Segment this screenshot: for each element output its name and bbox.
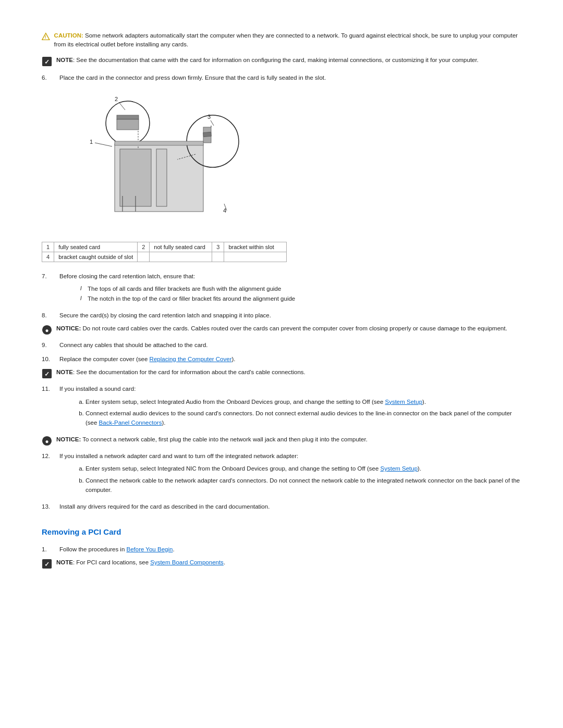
table-cell-2-label: not fully seated card [150, 242, 212, 252]
note2-text: NOTE: See the documentation for the card… [56, 368, 305, 377]
step12-alpha-a: Enter system setup, select Integrated NI… [85, 464, 521, 473]
step11-intro: If you installed a sound card: [59, 386, 136, 392]
diagram-table: 1 fully seated card 2 not fully seated c… [42, 242, 287, 262]
note1-body: See the documentation that came with the… [76, 57, 479, 63]
step11-alpha-b: Connect external audio devices to the so… [85, 409, 521, 428]
remove-note-text-before: For PCI card locations, see [76, 559, 150, 565]
step8-row: 8. Secure the card(s) by closing the car… [42, 311, 521, 320]
notice2-block: ● NOTICE: To connect a network cable, fi… [42, 435, 521, 446]
notice1-icon: ● [42, 325, 52, 335]
svg-text:3: 3 [207, 114, 211, 120]
step10-row: 10. Replace the computer cover (see Repl… [42, 354, 521, 364]
table-row-2: 4 bracket caught outside of slot [42, 252, 287, 262]
notice1-body: Do not route card cables over the cards.… [82, 325, 507, 331]
step12-alphalist: Enter system setup, select Integrated NI… [85, 464, 521, 495]
svg-text:1: 1 [90, 139, 93, 145]
step11b-text-after: ). [162, 419, 165, 426]
note1-text: NOTE: See the documentation that came wi… [56, 56, 479, 65]
notice1-label: NOTICE: [56, 325, 81, 331]
caution-label: CAUTION: [54, 32, 83, 39]
caution-icon: ! [42, 31, 50, 42]
note1-label: NOTE [56, 57, 73, 63]
step10-text-after: ). [231, 356, 235, 362]
note1-block: ✓ NOTE: See the documentation that came … [42, 56, 521, 67]
notice2-body: To connect a network cable, first plug t… [82, 436, 368, 442]
table-cell-5-label [150, 252, 212, 262]
table-cell-2-num: 2 [138, 242, 150, 252]
step7-sub2: The notch in the top of the card or fill… [80, 294, 521, 303]
caution-text: CAUTION: Some network adapters automatic… [54, 31, 521, 50]
step10-text-before: Replace the computer cover (see [59, 356, 150, 362]
note2-icon: ✓ [42, 368, 52, 379]
step13-content: Install any drivers required for the car… [59, 502, 521, 511]
remove-note-label: NOTE [56, 559, 73, 565]
step11-alphalist: Enter system setup, select Integrated Au… [85, 397, 521, 428]
table-cell-1-num: 1 [42, 242, 54, 252]
remove-note-text-after: . [224, 559, 225, 565]
svg-rect-13 [117, 119, 139, 130]
svg-text:✓: ✓ [44, 561, 50, 568]
remove-step1-text-before: Follow the procedures in [59, 546, 126, 552]
table-cell-3-label: bracket within slot [224, 242, 287, 252]
diagram-area: 2 1 3 4 [83, 92, 261, 232]
table-row-1: 1 fully seated card 2 not fully seated c… [42, 242, 287, 252]
svg-rect-17 [203, 132, 212, 137]
remove-note-block: ✓ NOTE: For PCI card locations, see Syst… [42, 558, 521, 569]
caution-block: ! CAUTION: Some network adapters automat… [42, 31, 521, 50]
diagram-svg: 2 1 3 4 [83, 92, 261, 232]
step11a-text-before: Enter system setup, select Integrated Au… [85, 399, 385, 405]
step12-alpha-b: Connect the network cable to the network… [85, 476, 521, 495]
step11-content: If you installed a sound card: Enter sys… [59, 384, 521, 431]
step12b-text-before: Connect the network cable to the network… [85, 477, 520, 493]
step12a-link[interactable]: System Setup [381, 465, 418, 472]
step10-link[interactable]: Replacing the Computer Cover [150, 356, 232, 362]
step13-row: 13. Install any drivers required for the… [42, 502, 521, 511]
svg-text:!: ! [45, 34, 46, 40]
step7-intro: Before closing the card retention latch,… [59, 273, 195, 279]
svg-rect-12 [117, 115, 139, 119]
step7-sub1: The tops of all cards and filler bracket… [80, 284, 521, 293]
step11a-link[interactable]: System Setup [385, 399, 422, 405]
notice2-label: NOTICE: [56, 436, 81, 442]
notice1-block: ● NOTICE: Do not route card cables over … [42, 324, 521, 335]
step12a-text-after: ). [418, 465, 421, 472]
svg-text:✓: ✓ [44, 58, 50, 65]
remove-step1-link[interactable]: Before You Begin [126, 546, 173, 552]
step10-num: 10. [42, 354, 56, 364]
remove-step1-text-after: . [173, 546, 174, 552]
remove-note-link[interactable]: System Board Components [150, 559, 224, 565]
svg-rect-10 [156, 149, 167, 206]
caution-body: Some network adapters automatically star… [54, 32, 518, 47]
remove-note-icon: ✓ [42, 559, 52, 569]
svg-text:●: ● [45, 327, 48, 334]
step12-intro: If you installed a network adapter card … [59, 453, 298, 459]
svg-line-22 [211, 120, 214, 126]
svg-text:●: ● [45, 437, 48, 445]
notice2-icon: ● [42, 436, 52, 446]
svg-line-20 [119, 102, 125, 110]
table-cell-6-label [224, 252, 287, 262]
svg-line-21 [95, 143, 112, 146]
svg-text:✓: ✓ [44, 371, 50, 378]
step11-row: 11. If you installed a sound card: Enter… [42, 384, 521, 431]
remove-step1-num: 1. [42, 545, 56, 554]
notice2-text: NOTICE: To connect a network cable, firs… [56, 435, 368, 444]
step6-row: 6. Place the card in the connector and p… [42, 73, 521, 82]
step11-alpha-a: Enter system setup, select Integrated Au… [85, 397, 521, 406]
notice1-text: NOTICE: Do not route card cables over th… [56, 324, 507, 333]
step11b-link[interactable]: Back-Panel Connectors [99, 419, 162, 426]
table-cell-1-label: fully seated card [54, 242, 138, 252]
table-cell-3-num: 3 [212, 242, 224, 252]
step7-num: 7. [42, 272, 56, 281]
step7-content: Before closing the card retention latch,… [59, 272, 521, 306]
remove-step1-row: 1. Follow the procedures in Before You B… [42, 545, 521, 554]
step13-num: 13. [42, 502, 56, 511]
step12-row: 12. If you installed a network adapter c… [42, 451, 521, 498]
step7-row: 7. Before closing the card retention lat… [42, 272, 521, 306]
step6-content: Place the card in the connector and pres… [59, 73, 521, 82]
table-cell-5-num [138, 252, 150, 262]
svg-rect-26 [115, 141, 203, 145]
step7-sublist: The tops of all cards and filler bracket… [80, 284, 521, 303]
note2-block: ✓ NOTE: See the documentation for the ca… [42, 368, 521, 379]
remove-note-text: NOTE: For PCI card locations, see System… [56, 558, 225, 567]
